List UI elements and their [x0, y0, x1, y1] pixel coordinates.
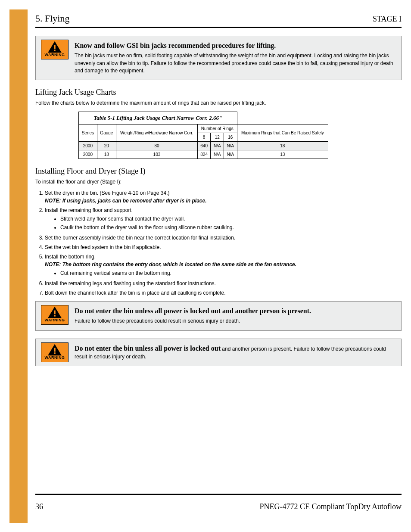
floor-heading: Installing Floor and Dryer (Stage I)	[35, 167, 402, 176]
section-title: Flying	[45, 13, 69, 24]
list-item: Bolt down the channel lock after the bin…	[45, 289, 402, 297]
svg-rect-3	[54, 315, 56, 317]
list-item: Set the wet bin feed system in the bin i…	[45, 243, 402, 251]
page-content: 5. Flying STAGE I WARNING Know and follo…	[35, 9, 402, 374]
warning-label: WARNING	[45, 318, 65, 322]
page-footer: 36 PNEG-4772 CE Compliant TopDry Autoflo…	[35, 502, 402, 511]
subcol-12: 12	[211, 133, 224, 141]
section-heading: 5. Flying	[35, 13, 402, 24]
col-gauge: Gauge	[97, 124, 116, 141]
warning3-caption: Do not enter the bin unless all power is…	[75, 345, 221, 352]
svg-rect-2	[54, 311, 56, 314]
warning-triangle-icon	[46, 343, 63, 356]
col-series: Series	[79, 124, 97, 141]
col-weight: Weight/Ring w/Hardware Narrow Corr.	[116, 124, 198, 141]
list-item: Set the burner assembly inside the bin n…	[45, 234, 402, 242]
lifting-jack-table: Table 5-1 Lifting Jack Usage Chart Narro…	[78, 112, 328, 159]
col-max: Maximum Rings that Can Be Raised Safely	[237, 124, 328, 141]
warning-callout-3: WARNING Do not enter the bin unless all …	[35, 339, 402, 367]
table-row: 2000 18 103 824 N/A N/A 13	[79, 150, 328, 159]
svg-rect-5	[54, 352, 56, 354]
svg-rect-0	[54, 45, 56, 49]
warning-icon: WARNING	[41, 305, 68, 325]
floor-intro: To install the floor and dryer (Stage I)…	[35, 178, 402, 186]
vertical-accent-bar	[9, 9, 28, 523]
table-row: 2000 20 80 640 N/A N/A 18	[79, 141, 328, 150]
lifting-para: Follow the charts below to determine the…	[35, 100, 402, 107]
table-title: Table 5-1 Lifting Jack Usage Chart Narro…	[79, 112, 237, 124]
warning-triangle-icon	[46, 40, 63, 53]
list-item: Install the bottom ring. NOTE: The botto…	[45, 253, 402, 277]
warning-icon: WARNING	[41, 40, 68, 59]
warning-icon: WARNING	[41, 342, 68, 362]
warning-triangle-icon	[46, 306, 63, 319]
section-number: 5.	[35, 13, 43, 24]
footer-rule	[35, 494, 402, 495]
lifting-heading: Lifting Jack Usage Charts	[35, 88, 402, 97]
warning2-caption: Do not enter the bin unless all power is…	[75, 306, 395, 316]
warning-label: WARNING	[45, 53, 65, 57]
warning-callout-2: WARNING Do not enter the bin unless all …	[35, 301, 402, 331]
svg-rect-1	[54, 50, 56, 51]
stage-label: STAGE I	[373, 15, 402, 24]
col-numrings: Number of Rings	[197, 124, 237, 133]
page-number: 36	[35, 502, 43, 511]
list-item: Install the remaining floor and support.…	[45, 206, 402, 231]
warning1-caption: Know and follow GSI bin jacks recommende…	[75, 40, 395, 50]
doc-title: PNEG-4772 CE Compliant TopDry Autoflow	[260, 502, 402, 511]
warning2-body: Failure to follow these precautions coul…	[75, 317, 395, 325]
lifting-table-wrap: Table 5-1 Lifting Jack Usage Chart Narro…	[78, 112, 402, 159]
warning1-body: The bin jacks must be on firm, solid foo…	[75, 52, 395, 75]
subcol-8: 8	[197, 133, 211, 141]
warning-callout-1: WARNING Know and follow GSI bin jacks re…	[35, 36, 402, 80]
warning-label: WARNING	[45, 355, 65, 360]
subcol-16: 16	[224, 133, 237, 141]
list-item: Install the remaining legs and flashing …	[45, 280, 402, 287]
header-rule	[35, 27, 402, 28]
svg-rect-4	[54, 348, 56, 352]
list-item: Set the dryer in the bin. (See Figure 4-…	[45, 189, 402, 205]
floor-steps: Set the dryer in the bin. (See Figure 4-…	[35, 189, 402, 297]
